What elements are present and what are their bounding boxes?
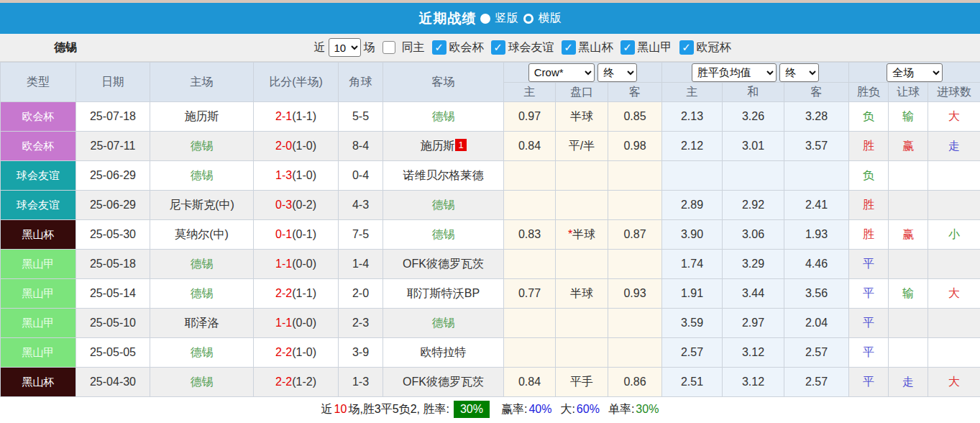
- cell-odds-away: 0.85: [608, 102, 662, 132]
- same-venue-checkbox[interactable]: [383, 41, 395, 54]
- cell-goals-result: [928, 191, 980, 220]
- cell-competition: 黑山甲: [1, 279, 76, 309]
- summary-record: 场,胜3平5负2, 胜率:: [348, 402, 449, 417]
- score-fulltime: 2-2: [275, 376, 292, 388]
- cell-odds-handicap: 半球: [556, 279, 608, 309]
- cell-avg-draw: 3.06: [723, 220, 784, 250]
- cell-corners: 2-0: [339, 279, 383, 309]
- cell-score: 1-1(0-0): [254, 309, 339, 338]
- radio-horizontal-label[interactable]: 横版: [539, 11, 562, 26]
- cell-goals-result: 大: [928, 368, 980, 397]
- league-label-4: 欧冠杯: [697, 40, 731, 55]
- cell-avg-draw: 3.12: [723, 338, 784, 368]
- score-halftime: (1-1): [292, 287, 316, 299]
- cell-avg-away: [784, 161, 849, 191]
- league-checkbox-0[interactable]: ✓: [432, 40, 447, 55]
- radio-selected-icon[interactable]: [480, 14, 490, 24]
- cell-avg-draw: [723, 161, 784, 191]
- cell-avg-home: 2.89: [662, 191, 723, 220]
- cell-avg-away: 3.28: [784, 102, 849, 132]
- cell-score: 2-2(1-2): [254, 368, 339, 397]
- cell-score: 2-0(1-0): [254, 132, 339, 161]
- score-fulltime: 1-1: [275, 317, 292, 329]
- cell-score: 1-1(0-0): [254, 250, 339, 279]
- cell-home-team: 莫纳尔(中): [150, 220, 254, 250]
- cell-handicap-result: [889, 161, 928, 191]
- check-icon: ✓: [623, 41, 632, 54]
- cell-corners: 2-3: [339, 309, 383, 338]
- cell-avg-home: 1.91: [662, 279, 723, 309]
- league-label-1: 球会友谊: [508, 40, 554, 55]
- score-halftime: (0-0): [292, 258, 316, 270]
- cell-away-team: OFK彼德罗瓦茨: [383, 250, 504, 279]
- league-checkbox-2[interactable]: ✓: [562, 40, 576, 55]
- page-title: 近期战绩: [419, 9, 477, 28]
- radio-vertical-label[interactable]: 竖版: [495, 11, 518, 26]
- avg-odds-select[interactable]: 胜平负均值: [692, 63, 777, 82]
- cell-date: 25-05-30: [76, 220, 150, 250]
- score-fulltime: 2-2: [275, 346, 292, 358]
- cell-handicap-result: [889, 338, 928, 368]
- check-icon: ✓: [493, 41, 503, 54]
- same-venue-label: 同主: [402, 40, 425, 55]
- cell-odds-home: [504, 250, 556, 279]
- cell-away-team: 施历斯1: [383, 132, 504, 161]
- cell-odds-away: [608, 191, 662, 220]
- summary-bar: 近10场,胜3平5负2, 胜率: 30% 赢率:40% 大:60% 单率:30%: [0, 397, 980, 422]
- cell-competition: 黑山杯: [1, 368, 76, 397]
- cell-result: 平: [849, 338, 889, 368]
- cell-odds-home: [504, 338, 556, 368]
- col-header-home: 主场: [150, 63, 254, 102]
- cell-odds-home: 0.84: [504, 132, 556, 161]
- score-halftime: (0-1): [292, 228, 316, 240]
- radio-unselected-icon[interactable]: [523, 14, 533, 24]
- cell-handicap-result: 走: [889, 368, 928, 397]
- cell-odds-away: 0.98: [608, 132, 662, 161]
- league-checkbox-1[interactable]: ✓: [491, 40, 505, 55]
- cell-date: 25-05-10: [76, 309, 150, 338]
- header-bar: 近期战绩 竖版 横版: [0, 3, 980, 34]
- final-odds-select-2[interactable]: 终: [779, 63, 819, 82]
- cell-score: 0-1(0-1): [254, 220, 339, 250]
- scope-select[interactable]: 全场: [887, 63, 943, 82]
- cell-home-team: 德锡: [150, 250, 254, 279]
- games-label: 场: [364, 40, 375, 55]
- score-fulltime: 2-2: [275, 287, 292, 299]
- table-row: 黑山甲25-05-18德锡1-1(0-0)1-4OFK彼德罗瓦茨1.743.29…: [1, 250, 980, 279]
- col-header-corner: 角球: [339, 63, 383, 102]
- team-name: 德锡: [54, 40, 77, 55]
- cell-score: 1-3(1-0): [254, 161, 339, 191]
- subheader-handicap: 盘口: [556, 83, 608, 102]
- live-handicap-star: *: [568, 228, 572, 240]
- league-checkbox-3[interactable]: ✓: [620, 40, 635, 55]
- cell-away-team: 诺维贝尔格莱德: [383, 161, 504, 191]
- cell-competition: 球会友谊: [1, 161, 76, 191]
- cell-avg-away: 2.57: [784, 368, 849, 397]
- cell-odds-away: [608, 309, 662, 338]
- summary-count: 10: [334, 403, 347, 416]
- cell-goals-result: 走: [928, 132, 980, 161]
- cell-away-team: 德锡: [383, 102, 504, 132]
- cell-odds-home: 0.77: [504, 279, 556, 309]
- cell-odds-handicap: 平/半: [556, 132, 608, 161]
- score-halftime: (1-0): [292, 140, 316, 152]
- table-row: 黑山甲25-05-05德锡2-2(1-0)3-9欧特拉特2.573.122.57…: [1, 338, 980, 368]
- col-header-score: 比分(半场): [254, 63, 339, 102]
- cell-goals-result: [928, 161, 980, 191]
- cell-competition: 球会友谊: [1, 191, 76, 220]
- summary-near-label: 近: [321, 402, 333, 417]
- match-count-select[interactable]: 10: [329, 38, 361, 57]
- cell-competition: 欧会杯: [1, 132, 76, 161]
- col-header-type: 类型: [1, 63, 76, 102]
- league-label-3: 黑山甲: [638, 40, 672, 55]
- league-label-2: 黑山杯: [579, 40, 613, 55]
- final-odds-select-1[interactable]: 终: [597, 63, 637, 82]
- cell-home-team: 德锡: [150, 368, 254, 397]
- league-checkbox-4[interactable]: ✓: [679, 40, 694, 55]
- score-halftime: (1-0): [292, 346, 316, 358]
- bookmaker-select[interactable]: Crow*: [528, 63, 595, 82]
- cell-avg-draw: 3.12: [723, 368, 784, 397]
- cell-date: 25-05-18: [76, 250, 150, 279]
- subheader-handicap-result: 让球: [889, 83, 928, 102]
- table-row: 欧会杯25-07-11德锡2-0(1-0)8-4施历斯10.84平/半0.982…: [1, 132, 980, 161]
